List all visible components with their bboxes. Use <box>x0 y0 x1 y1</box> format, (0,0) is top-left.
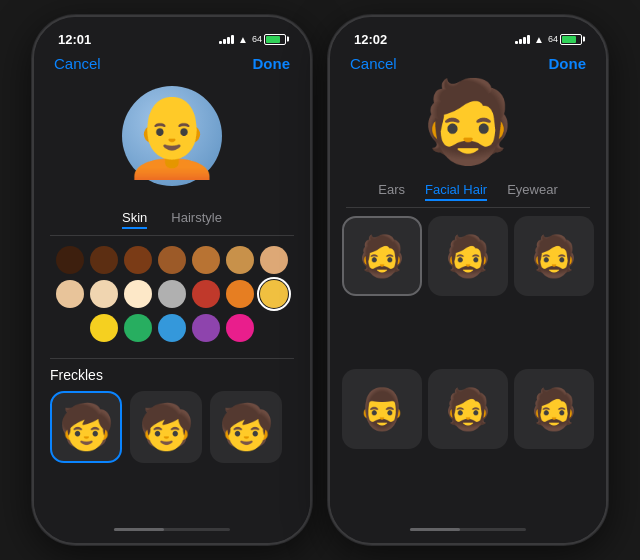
color-swatch[interactable] <box>158 314 186 342</box>
wifi-icon-1: ▲ <box>238 34 248 45</box>
beard-emoji-1: 🧔 <box>357 233 407 280</box>
freckle-item-3[interactable]: 🧒 <box>210 391 282 463</box>
signal-icon-1 <box>219 34 234 44</box>
category-tabs-2: Ears Facial Hair Eyewear <box>330 174 606 207</box>
avatar-area-1: 🧑‍🦲 <box>34 78 310 202</box>
battery-icon-1 <box>264 34 286 45</box>
battery-2: 64 <box>548 34 582 45</box>
status-time-1: 12:01 <box>58 32 91 47</box>
done-button-2[interactable]: Done <box>549 55 587 72</box>
freckle-emoji-2: 🧒 <box>139 401 194 453</box>
beard-item-5[interactable]: 🧔 <box>428 369 508 449</box>
scroll-bar-1[interactable] <box>114 528 230 531</box>
color-grid-1 <box>34 236 310 358</box>
color-row-3 <box>50 314 294 342</box>
beard-emoji-3: 🧔 <box>529 233 579 280</box>
status-icons-1: ▲ 64 <box>219 34 286 45</box>
color-swatch[interactable] <box>124 280 152 308</box>
status-bar-2: 12:02 ▲ 64 <box>330 17 606 53</box>
battery-label-2: 64 <box>548 34 558 44</box>
battery-1: 64 <box>252 34 286 45</box>
freckle-emoji-3: 🧒 <box>219 401 274 453</box>
beard-emoji-2: 🧔 <box>443 233 493 280</box>
avatar-emoji-1: 🧑‍🦲 <box>122 96 222 176</box>
color-swatch[interactable] <box>90 314 118 342</box>
color-swatch[interactable] <box>226 280 254 308</box>
color-swatch[interactable] <box>90 246 118 274</box>
tab-skin[interactable]: Skin <box>122 208 147 229</box>
freckle-item-2[interactable]: 🧒 <box>130 391 202 463</box>
tab-eyewear[interactable]: Eyewear <box>507 180 558 201</box>
color-swatch[interactable] <box>158 246 186 274</box>
phone-2: 12:02 ▲ 64 Cancel Done <box>328 15 608 545</box>
freckles-label: Freckles <box>50 367 294 383</box>
beard-emoji-4: 🧔‍♂️ <box>357 386 407 433</box>
freckle-item-1[interactable]: 🧒 <box>50 391 122 463</box>
color-swatch[interactable] <box>226 246 254 274</box>
color-swatch[interactable] <box>192 246 220 274</box>
tab-facial-hair[interactable]: Facial Hair <box>425 180 487 201</box>
color-row-1 <box>50 246 294 274</box>
beard-emoji-6: 🧔 <box>529 386 579 433</box>
avatar-1: 🧑‍🦲 <box>122 86 222 186</box>
done-button-1[interactable]: Done <box>253 55 291 72</box>
color-swatch[interactable] <box>56 280 84 308</box>
status-bar-1: 12:01 ▲ 64 <box>34 17 310 53</box>
tab-hairstyle[interactable]: Hairstyle <box>171 208 222 229</box>
color-swatch[interactable] <box>90 280 118 308</box>
beard-item-4[interactable]: 🧔‍♂️ <box>342 369 422 449</box>
color-swatch[interactable] <box>192 314 220 342</box>
color-swatch[interactable] <box>124 314 152 342</box>
beard-item-1[interactable]: 🧔 <box>342 216 422 296</box>
color-swatch[interactable] <box>192 280 220 308</box>
beard-emoji-5: 🧔 <box>443 386 493 433</box>
freckles-grid: 🧒 🧒 🧒 <box>50 391 294 463</box>
scroll-bar-2[interactable] <box>410 528 526 531</box>
color-row-2 <box>50 280 294 308</box>
beard-item-2[interactable]: 🧔 <box>428 216 508 296</box>
freckle-emoji-1: 🧒 <box>59 401 114 453</box>
cancel-button-2[interactable]: Cancel <box>350 55 397 72</box>
phone-1: 12:01 ▲ 64 Cancel Done <box>32 15 312 545</box>
status-icons-2: ▲ 64 <box>515 34 582 45</box>
tab-ears[interactable]: Ears <box>378 180 405 201</box>
color-swatch[interactable] <box>56 246 84 274</box>
color-swatch[interactable] <box>158 280 186 308</box>
wifi-icon-2: ▲ <box>534 34 544 45</box>
color-swatch[interactable] <box>124 246 152 274</box>
beard-item-6[interactable]: 🧔 <box>514 369 594 449</box>
signal-icon-2 <box>515 34 530 44</box>
color-swatch[interactable] <box>260 246 288 274</box>
avatar-2: 🧔 <box>418 82 518 162</box>
beard-item-3[interactable]: 🧔 <box>514 216 594 296</box>
nav-bar-2: Cancel Done <box>330 53 606 78</box>
nav-bar-1: Cancel Done <box>34 53 310 78</box>
battery-label-1: 64 <box>252 34 262 44</box>
category-tabs-1: Skin Hairstyle <box>34 202 310 235</box>
status-time-2: 12:02 <box>354 32 387 47</box>
cancel-button-1[interactable]: Cancel <box>54 55 101 72</box>
color-swatch[interactable] <box>226 314 254 342</box>
color-swatch-selected[interactable] <box>260 280 288 308</box>
beard-grid: 🧔 🧔 🧔 🧔‍♂️ 🧔 🧔 <box>330 208 606 524</box>
avatar-area-2: 🧔 <box>330 78 606 174</box>
battery-icon-2 <box>560 34 582 45</box>
freckles-section: Freckles 🧒 🧒 🧒 <box>34 359 310 471</box>
